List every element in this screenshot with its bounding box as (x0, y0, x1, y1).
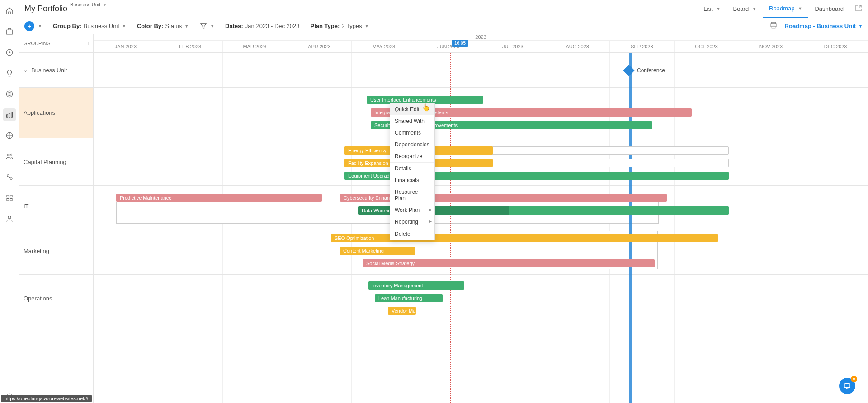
milestone-diamond[interactable] (623, 65, 634, 76)
timeline-row-applications: User Interface Enhancements Integration … (94, 88, 868, 138)
timeline-row-operations: Inventory Management Lean Manufacturing … (94, 275, 868, 322)
group-row-marketing[interactable]: Marketing (19, 227, 93, 275)
view-board[interactable]: Board▼ (726, 0, 763, 18)
filter-label: Color By: (137, 23, 164, 29)
chevron-down-icon[interactable]: ▼ (38, 24, 42, 28)
bar-predictive[interactable]: Predictive Maintenance (116, 194, 322, 202)
group-label: Marketing (24, 248, 49, 254)
group-label: Business Unit (31, 67, 67, 74)
menu-delete[interactable]: Delete (390, 228, 434, 240)
menu-reporting[interactable]: Reporting (390, 216, 434, 228)
portfolio-subtitle[interactable]: Business Unit ▾ (70, 2, 106, 7)
chevron-down-icon: ▼ (122, 24, 126, 28)
saved-view-selector[interactable]: Roadmap - Business Unit ▼ (785, 23, 863, 29)
add-button[interactable]: + (24, 21, 34, 31)
view-label: Dashboard (815, 5, 844, 12)
bar-social[interactable]: Social Media Strategy (363, 259, 655, 267)
home-icon[interactable] (3, 5, 16, 17)
menu-dependencies[interactable]: Dependencies (390, 139, 434, 150)
globe-icon[interactable] (3, 129, 16, 142)
popout-icon[interactable] (854, 4, 863, 14)
timeline-row-marketing: SEO Optimization Content Marketing Socia… (94, 227, 868, 275)
group-label: Operations (24, 295, 52, 302)
svg-point-12 (10, 178, 12, 180)
people-icon[interactable] (3, 150, 16, 163)
year-label: 2023 (475, 34, 486, 40)
funnel-icon (199, 22, 208, 30)
menu-financials[interactable]: Financials (390, 174, 434, 186)
briefcase-icon[interactable] (3, 25, 16, 38)
group-label: Applications (24, 109, 55, 116)
chevron-down-icon: ▾ (104, 2, 106, 7)
fab-badge: 0 (851, 376, 857, 382)
clock-icon[interactable] (3, 46, 16, 59)
timeline-row-parent: Conference (94, 53, 868, 88)
view-list[interactable]: List▼ (697, 0, 726, 18)
menu-shared-with[interactable]: Shared With (390, 115, 434, 127)
menu-details[interactable]: Details (390, 162, 434, 174)
group-by-filter[interactable]: Group By: Business Unit ▼ (53, 23, 126, 29)
filter-value: Business Unit (83, 23, 119, 29)
funnel-filter[interactable]: ▼ (199, 22, 214, 30)
bar-seo[interactable]: SEO Optimization (331, 234, 718, 242)
group-row-operations[interactable]: Operations (19, 275, 93, 322)
menu-comments[interactable]: Comments (390, 127, 434, 139)
month-cell: APR 2023 (287, 41, 352, 52)
bar-cyber[interactable]: Cybersecurity Enhancement (340, 194, 667, 202)
print-icon[interactable] (769, 21, 778, 31)
menu-work-plan[interactable]: Work Plan (390, 204, 434, 216)
bar-inventory[interactable]: Inventory Management (368, 281, 464, 290)
group-row-applications[interactable]: Applications (19, 88, 93, 138)
group-row-capital[interactable]: Capital Planning (19, 138, 93, 186)
grouping-column: GROUPING ↑ ⌄ Business Unit Applications … (19, 34, 94, 403)
chevron-down-icon[interactable]: ⌄ (24, 67, 28, 73)
group-row-parent[interactable]: ⌄ Business Unit (19, 53, 93, 88)
bar-content[interactable]: Content Marketing (340, 247, 415, 255)
user-icon[interactable] (3, 212, 16, 225)
year-header: 2023 (94, 34, 868, 41)
svg-point-11 (7, 175, 9, 177)
target-icon[interactable] (3, 88, 16, 100)
view-label: Board (733, 5, 749, 12)
view-dashboard[interactable]: Dashboard (808, 0, 850, 18)
subtitle-text: Business Unit (70, 2, 100, 7)
menu-quick-edit[interactable]: Quick Edit (390, 103, 434, 115)
context-menu: Quick Edit Shared With Comments Dependen… (390, 103, 435, 240)
chat-fab[interactable]: 0 (839, 378, 855, 394)
timeline-row-it: Predictive Maintenance Cybersecurity Enh… (94, 186, 868, 227)
dates-filter[interactable]: Dates: Jan 2023 - Dec 2023 (225, 23, 299, 29)
sort-asc-icon[interactable]: ↑ (87, 41, 90, 46)
portfolio-title: My Portfolio (24, 4, 67, 14)
menu-resource-plan[interactable]: Resource Plan (390, 186, 434, 204)
filter-value: Jan 2023 - Dec 2023 (245, 23, 300, 29)
color-by-filter[interactable]: Color By: Status ▼ (137, 23, 189, 29)
bar-vendor[interactable]: Vendor Mai (388, 307, 416, 315)
chart-icon[interactable] (3, 108, 16, 121)
svg-point-3 (8, 92, 11, 96)
grouping-header[interactable]: GROUPING ↑ (19, 34, 93, 53)
view-roadmap[interactable]: Roadmap▼ (763, 0, 808, 18)
saved-view-name: Roadmap - Business Unit (785, 23, 856, 29)
milestone-label: Conference (637, 67, 665, 74)
chevron-down-icon: ▼ (752, 7, 756, 11)
svg-point-10 (10, 154, 12, 155)
svg-point-17 (8, 216, 11, 219)
bar-label: Predictive Maintenance (120, 195, 171, 201)
month-cell: SEP 2023 (610, 41, 675, 52)
bar-lean[interactable]: Lean Manufacturing (375, 294, 443, 302)
hierarchy-icon[interactable] (3, 192, 16, 204)
svg-point-2 (6, 91, 13, 97)
timeline-grid: 2023 JAN 2023 FEB 2023 MAR 2023 APR 2023… (94, 34, 868, 403)
plan-type-filter[interactable]: Plan Type: 2 Types ▼ (311, 23, 369, 29)
idea-icon[interactable] (3, 67, 16, 80)
month-header: JAN 2023 FEB 2023 MAR 2023 APR 2023 MAY … (94, 41, 868, 53)
chevron-down-icon: ▼ (210, 24, 214, 28)
group-row-it[interactable]: IT (19, 186, 93, 227)
chevron-down-icon: ▼ (717, 7, 721, 11)
svg-point-4 (9, 94, 10, 94)
resource-icon[interactable] (3, 171, 16, 183)
chevron-down-icon: ▼ (184, 24, 189, 28)
left-nav-sidebar (0, 0, 19, 403)
menu-reorganize[interactable]: Reorganize (390, 150, 434, 162)
chevron-down-icon: ▼ (798, 6, 802, 11)
